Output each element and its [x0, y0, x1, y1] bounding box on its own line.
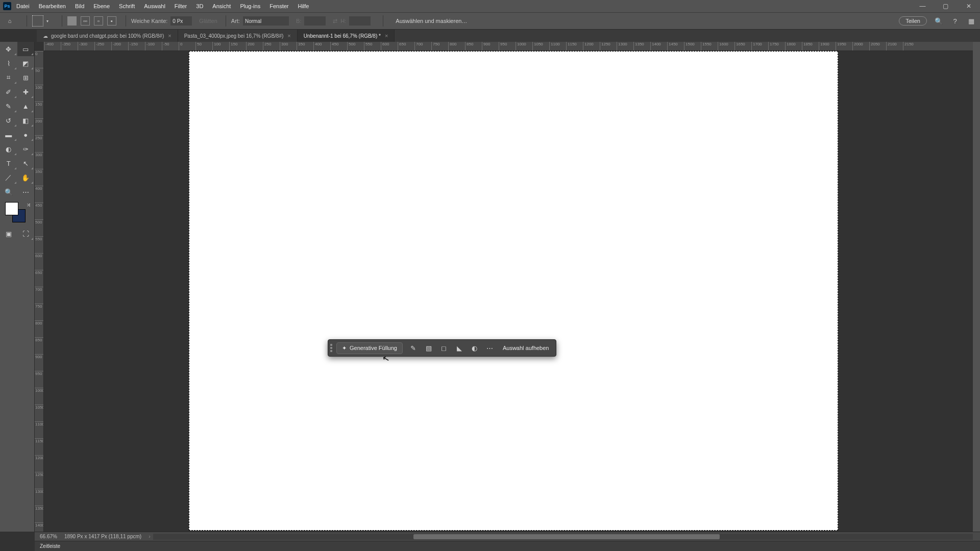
share-button[interactable]: Teilen [899, 16, 927, 26]
tab-label: Pasta_03_4000px.jpeg bei 16,7% (RGB/8#) [184, 33, 284, 39]
tab-2[interactable]: Unbenannt-1 bei 66,7% (RGB/8) * × [298, 30, 395, 42]
zoom-level[interactable]: 66.67% [40, 534, 57, 539]
add-image-icon[interactable]: ▧ [422, 341, 435, 355]
maximize-icon[interactable]: ▢ [934, 0, 957, 12]
tool-palette: ✥▭ ⌇◩ ⌗⊞ ✐✚ ✎▲ ↺◧ ▬● ◐✑ T↖ ／✋ 🔍⋯ ⤭ ▣⛶ [0, 42, 35, 532]
document-tabs: ☁ google bard und chatgpt.psdc bei 100% … [37, 30, 980, 42]
menu-layer[interactable]: Ebene [93, 3, 110, 9]
shape-tool-icon[interactable]: ／ [0, 170, 17, 185]
menu-window[interactable]: Fenster [270, 3, 288, 9]
frame-tool-icon[interactable]: ⊞ [17, 70, 35, 85]
info-arrow-icon[interactable]: › [149, 534, 150, 539]
style-select[interactable] [243, 16, 289, 26]
menu-edit[interactable]: Bearbeiten [39, 3, 66, 9]
object-select-tool-icon[interactable]: ◩ [17, 56, 35, 70]
search-icon[interactable]: 🔍 [934, 16, 943, 26]
cloud-icon: ☁ [43, 33, 48, 39]
width-label: B: [296, 18, 301, 24]
move-tool-icon[interactable]: ✥ [0, 42, 17, 56]
menu-select[interactable]: Auswahl [144, 3, 165, 9]
crop-tool-icon[interactable]: ⌗ [0, 70, 17, 85]
height-label: H: [340, 18, 346, 24]
more-icon[interactable]: ⋯ [483, 341, 497, 355]
menu-help[interactable]: Hilfe [298, 3, 309, 9]
window-controls: — ▢ ✕ [911, 0, 980, 12]
path-select-icon[interactable]: ↖ [17, 156, 35, 170]
vertical-ruler[interactable]: 0501001502002503003504004505005506006507… [35, 51, 44, 532]
swap-colors-icon[interactable]: ⤭ [27, 202, 31, 208]
brush-tool-icon[interactable]: ✎ [0, 99, 17, 113]
foreground-color[interactable] [5, 202, 18, 215]
feather-label: Weiche Kante: [131, 18, 167, 24]
drag-handle-icon[interactable] [330, 344, 333, 352]
document-info[interactable]: 1890 Px x 1417 Px (118,11 ppcm) [64, 534, 141, 539]
tab-close-icon[interactable]: × [168, 33, 171, 39]
menu-image[interactable]: Bild [75, 3, 84, 9]
horizontal-ruler[interactable]: -400-350-300-250-200-150-100-50050100150… [44, 42, 980, 51]
menu-plugins[interactable]: Plug-ins [240, 3, 260, 9]
menu-file[interactable]: Datei [16, 3, 30, 9]
healing-tool-icon[interactable]: ✚ [17, 85, 35, 99]
marquee-tool-icon[interactable]: ▭ [17, 42, 35, 56]
fill-icon[interactable]: ◣ [453, 341, 466, 355]
default-colors-icon[interactable] [2, 218, 7, 223]
stamp-tool-icon[interactable]: ▲ [17, 99, 35, 113]
swap-icon[interactable]: ⇄ [333, 18, 337, 24]
menu-3d[interactable]: 3D [196, 3, 203, 9]
zoom-tool-icon[interactable]: 🔍 [0, 185, 17, 199]
close-icon[interactable]: ✕ [957, 0, 980, 12]
selection-subtract-icon[interactable]: ▫ [94, 16, 103, 26]
pen-tool-icon[interactable]: ✑ [17, 142, 35, 156]
deselect-button[interactable]: Auswahl aufheben [498, 343, 554, 353]
right-panel-collapsed[interactable] [973, 42, 980, 532]
more-tools-icon[interactable]: ⋯ [17, 185, 35, 199]
selection-intersect-icon[interactable]: ▪ [107, 16, 116, 26]
horizontal-scrollbar[interactable] [153, 534, 973, 540]
tab-label: Unbenannt-1 bei 66,7% (RGB/8) * [304, 33, 381, 39]
feather-input[interactable] [170, 16, 192, 26]
screenmode-icon[interactable]: ⛶ [17, 227, 35, 241]
history-brush-icon[interactable]: ↺ [0, 113, 17, 128]
generative-fill-button[interactable]: ✦ Generative Füllung [336, 342, 403, 354]
options-bar: ⌂ ▾ ▫▫ ▫ ▪ Weiche Kante: Glätten Art: B:… [0, 12, 980, 30]
contextual-taskbar[interactable]: ✦ Generative Füllung ✎ ▧ ◻ ◣ ◐ ⋯ Auswahl… [328, 339, 556, 357]
type-tool-icon[interactable]: T [0, 156, 17, 170]
app-logo: Ps [3, 2, 11, 10]
dodge-tool-icon[interactable]: ◐ [0, 142, 17, 156]
menu-filter[interactable]: Filter [175, 3, 187, 9]
height-input [349, 16, 371, 26]
marquee-indicator-icon[interactable] [32, 15, 43, 27]
selection-add-icon[interactable]: ▫▫ [81, 16, 90, 26]
options-bar-right: Teilen 🔍 ? ▦ [899, 12, 976, 30]
canvas-viewport[interactable] [44, 51, 980, 532]
width-input [304, 16, 326, 26]
antialias-label: Glätten [199, 18, 217, 24]
help-icon2[interactable]: ? [950, 16, 960, 26]
tab-close-icon[interactable]: × [287, 33, 290, 39]
selection-new-icon[interactable] [67, 16, 77, 26]
eyedropper-tool-icon[interactable]: ✐ [0, 85, 17, 99]
adjust-icon[interactable]: ◐ [468, 341, 481, 355]
tab-1[interactable]: Pasta_03_4000px.jpeg bei 16,7% (RGB/8#) … [178, 30, 298, 42]
select-and-mask-link[interactable]: Auswählen und maskieren… [396, 18, 467, 24]
menu-view[interactable]: Ansicht [212, 3, 231, 9]
blur-tool-icon[interactable]: ● [17, 128, 35, 142]
tab-close-icon[interactable]: × [385, 33, 388, 39]
eraser-tool-icon[interactable]: ◧ [17, 113, 35, 128]
crop-icon[interactable]: ◻ [437, 341, 451, 355]
brush-icon[interactable]: ✎ [407, 341, 420, 355]
menu-type[interactable]: Schrift [119, 3, 135, 9]
hand-tool-icon[interactable]: ✋ [17, 170, 35, 185]
workspace-icon[interactable]: ▦ [967, 16, 976, 26]
quickmask-icon[interactable]: ▣ [0, 227, 17, 241]
home-icon[interactable]: ⌂ [4, 15, 15, 27]
canvas[interactable] [189, 51, 838, 531]
lasso-tool-icon[interactable]: ⌇ [0, 56, 17, 70]
minimize-icon[interactable]: — [911, 0, 934, 12]
gradient-tool-icon[interactable]: ▬ [0, 128, 17, 142]
tab-0[interactable]: ☁ google bard und chatgpt.psdc bei 100% … [37, 30, 178, 42]
style-label: Art: [231, 18, 240, 24]
scroll-thumb[interactable] [413, 534, 720, 539]
timeline-panel[interactable]: Zeitleiste [35, 541, 980, 551]
color-swatch[interactable]: ⤭ [2, 202, 33, 223]
